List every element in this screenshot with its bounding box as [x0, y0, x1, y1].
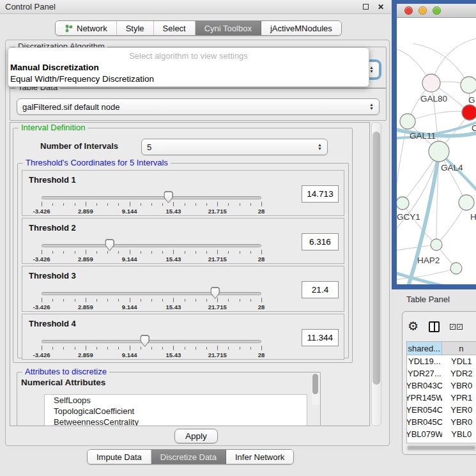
tab-label: Impute Data [96, 452, 142, 462]
network-thick-edge[interactable] [441, 155, 476, 190]
attribute-list-item[interactable]: BetweennessCentrality [45, 417, 307, 426]
table-data-combobox[interactable]: galFiltered.sif default node ▲▼ [17, 98, 380, 115]
checkbox-icon: ✓ [450, 324, 456, 330]
threshold-slider[interactable]: -3.4262.8599.14415.4321.71528 [42, 289, 261, 309]
threshold-value-field[interactable]: 11.344 [302, 329, 339, 346]
network-window-titlebar [397, 4, 476, 18]
threshold-rows: Threshold 1-3.4262.8599.14415.4321.71528… [22, 170, 344, 362]
tab-network[interactable]: Network [56, 21, 117, 35]
cyni-toolbox-panel: Discretization Algorithm ▲▼ Table Data g… [5, 40, 390, 446]
tab-impute-data[interactable]: Impute Data [88, 450, 151, 464]
table-row[interactable]: YPR145WYPR1 [407, 392, 476, 404]
top-tab-bar: Network Style Select Cyni Toolbox jActiv… [55, 20, 342, 36]
table-row[interactable]: YDL19...YDL1 [407, 355, 476, 367]
network-canvas[interactable]: GAL80GCGAL11GAL4GCY1HHAP2 [397, 18, 476, 284]
popup-item-equal-width-frequency[interactable]: Equal Width/Frequency Discretization [8, 73, 369, 85]
network-node[interactable] [429, 141, 449, 162]
scrollbar-thumb[interactable] [372, 132, 380, 385]
network-node[interactable] [400, 114, 415, 129]
apply-button-label: Apply [185, 431, 207, 441]
table-row[interactable]: YLR345WYLR3 [407, 440, 476, 443]
minimize-traffic-light[interactable] [418, 6, 427, 15]
threshold-row: Threshold 4-3.4262.8599.14415.4321.71528… [22, 314, 344, 360]
tab-label: Select [163, 24, 186, 33]
zoom-traffic-light[interactable] [433, 6, 441, 15]
tab-style[interactable]: Style [117, 21, 154, 35]
network-edge[interactable] [408, 111, 470, 121]
network-node[interactable] [422, 74, 440, 92]
slider-handle[interactable] [210, 287, 220, 299]
scrollbar-thumb[interactable] [408, 446, 475, 450]
panel-title: Control Panel [5, 2, 355, 12]
slider-handle[interactable] [105, 239, 114, 251]
column-select-icon[interactable]: ✓ ✓ [450, 324, 463, 330]
attribute-list-item[interactable]: TopologicalCoefficient [45, 406, 307, 417]
network-node[interactable] [461, 77, 476, 93]
screen: Control Panel ✕ Network Style Select Cyn… [0, 0, 476, 476]
table-column-header[interactable]: shared... [407, 342, 442, 355]
threshold-slider[interactable]: -3.4262.8599.14415.4321.71528 [42, 242, 261, 261]
table-column-header[interactable]: n [442, 342, 476, 355]
slider-track[interactable] [42, 340, 261, 343]
network-node[interactable] [459, 195, 474, 210]
attribute-list-item[interactable]: SelfLoops [45, 395, 307, 406]
algorithm-dropdown-popup: Select algorithm to view settings Manual… [8, 47, 369, 87]
table-row[interactable]: YDR27...YDR2 [407, 367, 476, 380]
network-node[interactable] [431, 239, 442, 250]
slider-handle[interactable] [164, 191, 173, 203]
table-cell: YDR27... [407, 367, 442, 380]
gear-icon[interactable]: ⚙ [408, 320, 418, 333]
slider-track[interactable] [42, 244, 261, 247]
close-icon[interactable]: ✕ [376, 2, 386, 12]
slider-handle[interactable] [140, 335, 150, 347]
tab-label: Infer Network [235, 452, 284, 462]
threshold-row: Threshold 3-3.4262.8599.14415.4321.71528… [22, 266, 344, 312]
table-row[interactable]: YBR043CYBR0 [407, 380, 476, 392]
network-view-window[interactable]: GAL80GCGAL11GAL4GCY1HHAP2 [392, 0, 476, 289]
threshold-value-field[interactable]: 6.316 [302, 233, 339, 250]
table-row[interactable]: YBR045CYBR0 [407, 416, 476, 428]
network-icon [65, 24, 73, 33]
network-node[interactable] [397, 197, 409, 210]
tab-discretize-data[interactable]: Discretize Data [151, 450, 226, 464]
attributes-group-title: Attributes to discretize [22, 367, 109, 376]
threshold-value-field[interactable]: 14.713 [302, 185, 339, 203]
threshold-slider[interactable]: -3.4262.8599.14415.4321.71528 [42, 194, 261, 213]
num-intervals-combobox[interactable]: 5 ▲▼ [141, 139, 328, 155]
table-horizontal-scrollbar[interactable] [406, 445, 476, 451]
threshold-slider[interactable]: -3.4262.8599.14415.4321.71528 [42, 337, 261, 357]
interval-definition-group: Interval Definition Number of Intervals … [13, 128, 353, 363]
table-cell: YBL0 [442, 428, 476, 440]
slider-track[interactable] [42, 292, 261, 295]
tab-select[interactable]: Select [154, 21, 196, 35]
table-row[interactable]: YBL079WYBL0 [407, 428, 476, 440]
panel-vertical-scrollbar[interactable] [371, 122, 381, 426]
tab-cyni-toolbox[interactable]: Cyni Toolbox [196, 21, 261, 35]
network-node[interactable] [450, 263, 462, 274]
node-table[interactable]: shared...n YDL19...YDL1YDR27...YDR2YBR04… [406, 341, 476, 443]
tab-jactivemnodules[interactable]: jActiveMNodules [261, 21, 341, 35]
table-row[interactable]: YER054CYER0 [407, 404, 476, 416]
network-node-label: HAP2 [417, 256, 440, 265]
threshold-value-field[interactable]: 21.4 [302, 281, 339, 298]
numerical-attributes-list[interactable]: SelfLoopsTopologicalCoefficientBetweenne… [44, 394, 307, 426]
close-traffic-light[interactable] [404, 6, 413, 15]
combo-arrows-icon: ▲▼ [369, 103, 374, 111]
split-panel-icon[interactable] [429, 321, 440, 332]
slider-ruler [42, 298, 261, 303]
slider-track[interactable] [42, 196, 261, 199]
network-edge[interactable] [403, 203, 436, 245]
network-edge[interactable] [397, 268, 456, 280]
network-edge[interactable] [413, 43, 469, 85]
slider-ruler [42, 250, 261, 255]
float-window-icon[interactable] [360, 2, 371, 12]
apply-button[interactable]: Apply [174, 429, 218, 443]
interval-definition-title: Interval Definition [19, 123, 88, 132]
attributes-list-scrollbar[interactable] [312, 373, 319, 405]
popup-item-manual-discretization[interactable]: Manual Discretization [8, 62, 369, 73]
tab-infer-network[interactable]: Infer Network [226, 450, 293, 464]
table-cell: YER054C [407, 404, 442, 416]
threshold-label: Threshold 1 [29, 175, 76, 185]
table-cell: YLR345W [407, 440, 442, 443]
network-node[interactable] [462, 105, 476, 120]
